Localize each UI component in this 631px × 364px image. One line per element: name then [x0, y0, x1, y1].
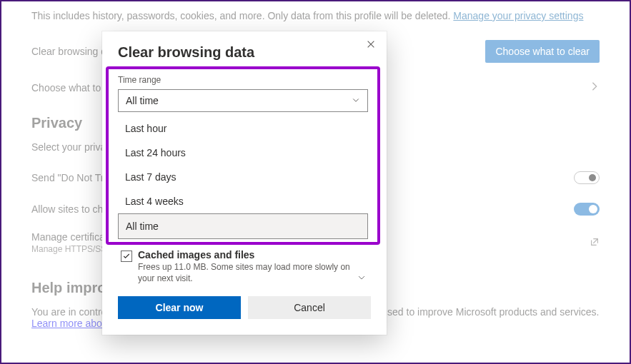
cached-title: Cached images and files	[138, 249, 352, 261]
time-range-options: Last hourLast 24 hoursLast 7 daysLast 4 …	[118, 116, 368, 239]
privacy-info-text: This includes history, passwords, cookie…	[31, 10, 600, 21]
cancel-button[interactable]: Cancel	[248, 296, 371, 319]
time-range-option[interactable]: Last 7 days	[118, 165, 368, 189]
clear-browsing-data-dialog: Clear browsing data Time range All time …	[102, 31, 387, 335]
time-range-select[interactable]: All time	[118, 89, 368, 112]
time-range-highlight: Time range All time Last hourLast 24 hou…	[106, 66, 380, 245]
choose-what-to-clear-button[interactable]: Choose what to clear	[485, 40, 600, 63]
allow-sites-toggle[interactable]	[574, 203, 600, 216]
cached-subtext: Frees up 11.0 MB. Some sites may load mo…	[138, 262, 352, 283]
chevron-right-icon	[590, 81, 600, 93]
time-range-option[interactable]: Last hour	[118, 116, 368, 141]
time-range-option[interactable]: Last 4 weeks	[118, 189, 368, 213]
chevron-down-icon	[352, 95, 360, 106]
time-range-selected: All time	[126, 95, 159, 106]
dialog-title: Clear browsing data	[118, 44, 371, 61]
close-button[interactable]	[364, 37, 378, 51]
clear-now-button[interactable]: Clear now	[118, 296, 241, 319]
scroll-down-button[interactable]	[358, 272, 368, 283]
manage-privacy-link[interactable]: Manage your privacy settings	[453, 10, 583, 21]
time-range-option[interactable]: All time	[118, 213, 368, 239]
time-range-label: Time range	[118, 75, 368, 85]
dnt-toggle[interactable]	[574, 171, 600, 184]
time-range-option[interactable]: Last 24 hours	[118, 141, 368, 165]
external-link-icon	[590, 237, 600, 249]
cached-checkbox[interactable]	[121, 251, 132, 262]
